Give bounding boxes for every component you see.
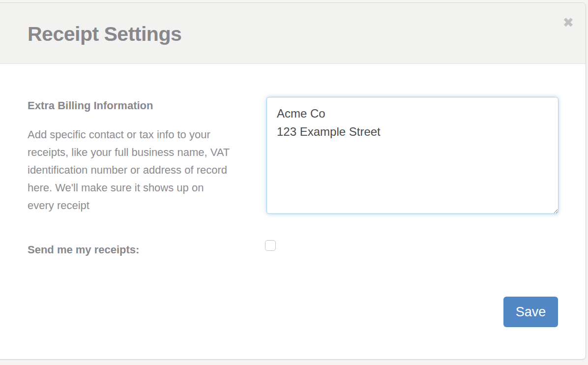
close-icon[interactable]: ✖ — [562, 16, 574, 29]
send-receipts-checkbox[interactable] — [265, 240, 276, 251]
send-receipts-label: Send me my receipts: — [28, 243, 139, 256]
receipt-settings-modal: Receipt Settings ✖ Extra Billing Informa… — [0, 2, 586, 360]
modal-header: Receipt Settings ✖ — [0, 3, 586, 64]
page-title: Receipt Settings — [28, 23, 181, 46]
extra-billing-description: Add specific contact or tax info to your… — [28, 126, 233, 214]
save-button[interactable]: Save — [503, 297, 558, 327]
page-background: Receipt Settings ✖ Extra Billing Informa… — [0, 0, 588, 365]
billing-info-textarea[interactable]: Acme Co 123 Example Street — [266, 97, 559, 214]
extra-billing-heading: Extra Billing Information — [28, 99, 153, 112]
